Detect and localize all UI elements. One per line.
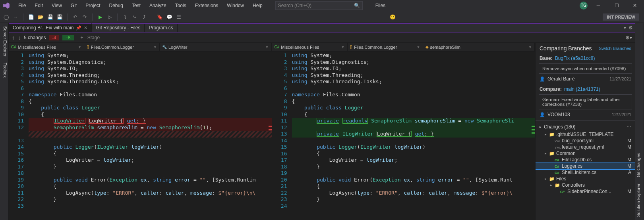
nav-member[interactable]: ◆ semaphoreSlim ▼ (423, 43, 535, 51)
tree-label: ShellLinkItem.cs (562, 170, 596, 175)
start-nodebug-icon[interactable]: ▷ (106, 13, 113, 21)
menu-git[interactable]: Git (67, 1, 81, 10)
author-icon: 👤 (540, 112, 545, 117)
compare-branch[interactable]: main (21a41371) (564, 86, 600, 92)
undo-icon[interactable]: ↶ (72, 13, 79, 21)
avatar[interactable]: TG (580, 2, 588, 10)
toolbox-tab[interactable]: Toolbox (1, 63, 8, 78)
nav-back-icon[interactable]: ◯ (2, 13, 10, 21)
menu-analyze[interactable]: Analyze (145, 1, 170, 10)
minimize-icon[interactable]: ─ (591, 0, 606, 11)
plus-icon[interactable]: ＋ (79, 34, 84, 41)
csharp-icon: C# (275, 45, 280, 49)
tree-row[interactable]: YMLbug_report.ymlM (536, 138, 635, 144)
comment-icon[interactable]: 💬 (166, 13, 173, 21)
tree-row[interactable]: C#SidebarPinnedCon...M (536, 188, 635, 195)
tree-label: feature_request.yml (562, 144, 604, 150)
nav-member[interactable]: 🔧 LogWriter ▼ (160, 43, 272, 51)
close-tab-icon[interactable]: ✕ (84, 25, 87, 31)
chevron-icon[interactable]: ▸ (543, 132, 547, 136)
feedback-icon[interactable]: 🙂 (389, 13, 396, 21)
chevron-icon[interactable]: ▸ (549, 183, 553, 187)
nav-project[interactable]: C# Miscellaneous Files ▼ (272, 43, 348, 51)
field-icon: ◆ (425, 45, 429, 49)
tab-label: Comparing Br...Fix with main (13, 25, 73, 31)
more-icon[interactable]: ⋯ (627, 124, 631, 130)
csharp-file-icon: C# (555, 164, 560, 168)
collapse-icon[interactable]: ▸ (540, 125, 542, 129)
uncomment-icon[interactable]: ☰ (175, 13, 182, 21)
tree-row[interactable]: ▸📁Common (536, 150, 635, 157)
tree-row[interactable]: C#FileTagsDb.csM (536, 157, 635, 163)
chevron-icon[interactable]: ▸ (543, 177, 547, 181)
menu-edit[interactable]: Edit (31, 1, 47, 10)
namespace-icon: {} (87, 45, 89, 49)
tree-row[interactable]: C#Logger.csM (536, 163, 635, 169)
step-over-icon[interactable]: ⤷ (131, 13, 138, 21)
change-count: 5 changes (24, 35, 46, 40)
tab-label: Program.cs (149, 25, 173, 31)
left-siderail: Server Explorer Toolbox (0, 23, 9, 220)
csharp-file-icon: C# (555, 157, 560, 162)
tree-row[interactable]: ▸📁Files (536, 176, 635, 182)
prev-change-icon[interactable]: ↑ (12, 34, 15, 41)
chevron-icon[interactable]: ▸ (543, 151, 547, 155)
start-icon[interactable]: ▶ (97, 13, 104, 21)
git-changes-tab[interactable]: Git Changes (636, 153, 643, 177)
tab-dropdown-icon[interactable]: ▾ (624, 25, 626, 31)
maximize-icon[interactable]: ☐ (609, 0, 624, 11)
tab-gear-icon[interactable]: ⚙ (629, 25, 633, 31)
menu-view[interactable]: View (48, 1, 66, 10)
next-change-icon[interactable]: ↓ (18, 34, 21, 41)
tree-row[interactable]: C#ShellLinkItem.csA (536, 169, 635, 176)
redo-icon[interactable]: ↷ (81, 13, 88, 21)
menu-file[interactable]: File (14, 1, 30, 10)
int-preview-button[interactable]: INT PREVIEW (603, 13, 639, 21)
solution-label[interactable]: Files (371, 1, 389, 10)
menu-window[interactable]: Window (223, 1, 248, 10)
nav-class[interactable]: {} Files.Common.Logger ▼ (84, 43, 160, 51)
nav-label: semaphoreSlim (430, 45, 460, 50)
pin-icon[interactable]: 📌 (76, 25, 81, 31)
step-icon[interactable]: ⤵ (122, 13, 129, 21)
csharp-icon: C# (11, 45, 16, 49)
tree-row[interactable]: ▸📁.github\ISSUE_TEMPLATE (536, 131, 635, 138)
namespace-icon: {} (350, 45, 353, 49)
folder-icon: 📁 (549, 151, 555, 156)
folder-icon: 📁 (549, 132, 555, 137)
step-out-icon[interactable]: ⤴ (141, 13, 148, 21)
server-explorer-tab[interactable]: Server Explorer (1, 26, 8, 56)
search-input[interactable]: Search (Ctrl+Q) 🔍 (275, 1, 363, 10)
menu-project[interactable]: Project (81, 1, 104, 10)
tab-program[interactable]: Program.cs (145, 24, 177, 32)
open-icon[interactable]: 📂 (37, 13, 44, 21)
switch-branches-link[interactable]: Switch Branches (599, 46, 631, 51)
diff-settings-icon[interactable]: ⚙▾ (625, 35, 632, 40)
save-all-icon[interactable]: 💾 (56, 13, 63, 21)
nav-fwd-icon[interactable]: → (12, 13, 19, 21)
property-icon: 🔧 (162, 45, 167, 49)
code-left[interactable]: 1234567891011121314151617181920212223 us… (9, 52, 272, 220)
tab-git-repo[interactable]: Git Repository - Files (92, 24, 145, 32)
tree-row[interactable]: YMLfeature_request.ymlM (536, 144, 635, 150)
menu-extensions[interactable]: Extensions (191, 1, 222, 10)
stage-label[interactable]: Stage (87, 35, 100, 40)
menu-tools[interactable]: Tools (171, 1, 190, 10)
save-icon[interactable]: 💾 (46, 13, 54, 21)
menu-test[interactable]: Test (128, 1, 145, 10)
solution-explorer-tab[interactable]: Solution Explorer (636, 184, 643, 217)
tab-compare[interactable]: Comparing Br...Fix with main 📌 ✕ (9, 23, 92, 32)
tree-row[interactable]: ▸📁Controllers (536, 182, 635, 188)
new-project-icon[interactable]: 📄 (27, 13, 35, 21)
menu-help[interactable]: Help (249, 1, 267, 10)
tree-label: SidebarPinnedCon... (567, 189, 611, 194)
bookmark-icon[interactable]: 🔖 (156, 13, 163, 21)
close-icon[interactable]: ✕ (627, 0, 642, 11)
nav-class[interactable]: {} Files.Common.Logger ▼ (348, 43, 423, 51)
author-icon: 👤 (540, 77, 545, 82)
nav-project[interactable]: C# Miscellaneous Files ▼ (9, 43, 84, 51)
code-right[interactable]: 123456789101112131415161718192021222324 … (272, 52, 535, 220)
menu-debug[interactable]: Debug (105, 1, 127, 10)
tree-label: Common (556, 151, 576, 156)
base-branch[interactable]: BugFix (a5a01cc8) (555, 55, 595, 61)
